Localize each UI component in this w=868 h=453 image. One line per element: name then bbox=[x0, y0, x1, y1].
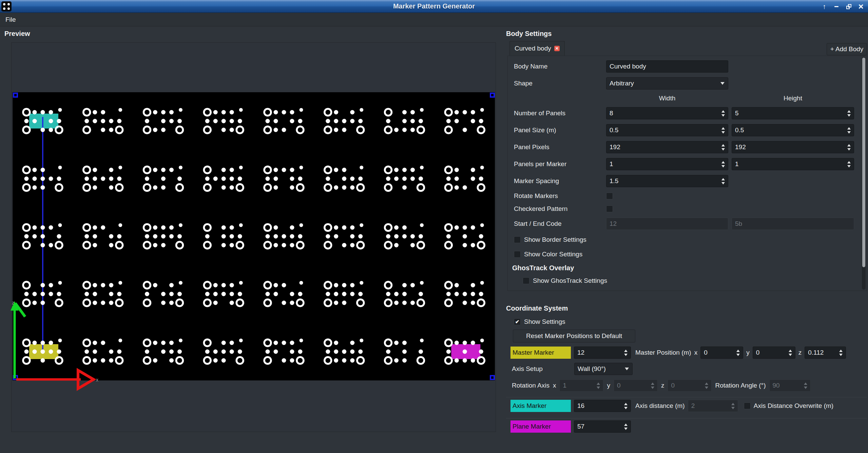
plane-marker-chip: Plane Marker bbox=[510, 420, 571, 433]
chevron-down-icon bbox=[720, 82, 725, 85]
show-settings-checkbox[interactable] bbox=[514, 318, 521, 325]
shape-select[interactable]: Arbitrary bbox=[606, 77, 728, 90]
scrollbar-thumb[interactable] bbox=[862, 58, 865, 267]
body-name-label: Body Name bbox=[514, 63, 606, 70]
axis-setup-row: Axis Setup Wall (90°) bbox=[512, 363, 633, 375]
checkered-pattern-row: Checkered Pattern bbox=[508, 202, 867, 215]
spin-arrows[interactable] bbox=[844, 141, 854, 153]
spin-arrows[interactable] bbox=[718, 141, 728, 153]
rotation-y-spinbox[interactable]: 0 bbox=[614, 379, 658, 392]
axis-setup-select[interactable]: Wall (90°) bbox=[574, 363, 633, 375]
spin-arrows[interactable] bbox=[621, 400, 631, 412]
panel-size-height-spinbox[interactable]: 0.5 bbox=[732, 124, 854, 136]
end-code-input[interactable]: 5b bbox=[732, 218, 854, 230]
spin-arrows[interactable] bbox=[786, 347, 795, 358]
title-bar[interactable]: Marker Pattern Generator ↑ × bbox=[0, 0, 868, 13]
marker-spacing-row: Marker Spacing 1.5 bbox=[508, 173, 867, 190]
show-ghostrack-settings-row: Show GhosTrack Settings bbox=[508, 274, 867, 287]
spin-arrows[interactable] bbox=[844, 158, 854, 170]
close-icon: × bbox=[858, 2, 863, 11]
show-ghostrack-settings-checkbox[interactable] bbox=[523, 277, 529, 284]
spin-arrows[interactable] bbox=[702, 380, 711, 391]
coordinate-system-heading: Coordinate System bbox=[506, 304, 568, 312]
preview-panel[interactable]: zx bbox=[11, 42, 496, 432]
spin-arrows[interactable] bbox=[648, 380, 657, 391]
spin-arrows[interactable] bbox=[594, 380, 603, 391]
rotation-y-label: y bbox=[607, 382, 610, 389]
panel-pixels-width-spinbox[interactable]: 192 bbox=[606, 141, 728, 153]
tab-label: Curved body bbox=[515, 45, 551, 52]
spin-arrows[interactable] bbox=[621, 421, 631, 432]
spin-arrows[interactable] bbox=[718, 175, 728, 187]
master-marker-id-spinbox[interactable]: 12 bbox=[574, 347, 631, 359]
panels-width-spinbox[interactable]: 8 bbox=[606, 107, 728, 119]
master-y-spinbox[interactable]: 0 bbox=[753, 347, 795, 359]
axis-distance-spinbox[interactable]: 2 bbox=[688, 400, 738, 412]
spin-arrows[interactable] bbox=[718, 124, 728, 136]
show-border-settings-row: Show Border Settings bbox=[508, 232, 867, 247]
rotation-angle-spinbox[interactable]: 90 bbox=[769, 379, 811, 392]
body-name-input[interactable]: Curved body bbox=[606, 60, 728, 73]
panel-pixels-height-spinbox[interactable]: 192 bbox=[732, 141, 854, 153]
minimize-icon bbox=[834, 6, 838, 7]
panel-size-width-spinbox[interactable]: 0.5 bbox=[606, 124, 728, 136]
tab-close-icon[interactable]: ✕ bbox=[554, 46, 560, 51]
checkered-pattern-checkbox[interactable] bbox=[606, 205, 613, 212]
plane-marker-id-spinbox[interactable]: 57 bbox=[574, 420, 631, 433]
spin-arrows[interactable] bbox=[844, 124, 854, 136]
plane-marker-row: Plane Marker 57 bbox=[510, 420, 631, 433]
app-icon bbox=[1, 1, 12, 12]
body-settings-heading: Body Settings bbox=[506, 30, 552, 38]
axis-marker-id-spinbox[interactable]: 16 bbox=[574, 400, 631, 412]
show-color-settings-row: Show Color Settings bbox=[508, 247, 867, 261]
shade-window-button[interactable]: ↑ bbox=[821, 3, 828, 10]
x-axis-label: x bbox=[96, 377, 98, 382]
add-body-button[interactable]: + Add Body bbox=[827, 43, 867, 55]
menu-file[interactable]: File bbox=[0, 16, 21, 23]
rotate-markers-row: Rotate Markers bbox=[508, 190, 867, 202]
spin-arrows[interactable] bbox=[733, 347, 743, 358]
panels-height-spinbox[interactable]: 5 bbox=[732, 107, 854, 119]
rotation-z-spinbox[interactable]: 0 bbox=[668, 379, 712, 392]
spin-arrows[interactable] bbox=[836, 347, 846, 358]
reset-marker-positions-button[interactable]: Reset Marker Positions to Default bbox=[513, 330, 635, 342]
spin-arrows[interactable] bbox=[718, 158, 728, 170]
corner-handle-center bbox=[491, 94, 494, 96]
spin-arrows[interactable] bbox=[718, 107, 728, 119]
rotation-angle-label: Rotation Angle (°) bbox=[715, 382, 766, 389]
close-button[interactable]: × bbox=[857, 3, 865, 10]
panels-per-marker-row: Panels per Marker 1 1 bbox=[508, 156, 867, 173]
axis-distance-overwrite-checkbox[interactable] bbox=[744, 402, 751, 409]
panels-per-marker-width-spinbox[interactable]: 1 bbox=[606, 158, 728, 170]
separator bbox=[506, 418, 867, 418]
minimize-button[interactable] bbox=[833, 3, 840, 10]
number-of-panels-row: Number of Panels 8 5 bbox=[508, 105, 867, 122]
chevron-down-icon bbox=[625, 368, 629, 370]
master-x-label: x bbox=[694, 349, 698, 356]
preview-heading: Preview bbox=[4, 30, 30, 38]
scrollbar[interactable] bbox=[862, 57, 866, 290]
spin-arrows[interactable] bbox=[801, 380, 810, 391]
start-end-code-row: Start / End Code 12 5b bbox=[508, 215, 867, 232]
rotation-axis-row: Rotation Axis x 1 y 0 z 0 Rotation Angle… bbox=[512, 379, 811, 392]
rotation-x-spinbox[interactable]: 1 bbox=[559, 379, 603, 392]
marker-spacing-spinbox[interactable]: 1.5 bbox=[606, 175, 728, 187]
rotate-markers-checkbox[interactable] bbox=[606, 193, 613, 199]
axis-distance-overwrite-label: Axis Distance Overwrite (m) bbox=[754, 402, 833, 410]
master-x-spinbox[interactable]: 0 bbox=[700, 347, 743, 359]
panel-size-row: Panel Size (m) 0.5 0.5 bbox=[508, 122, 867, 139]
spin-arrows[interactable] bbox=[728, 400, 738, 412]
start-code-input[interactable]: 12 bbox=[606, 218, 728, 230]
tab-curved-body[interactable]: Curved body ✕ bbox=[509, 41, 565, 56]
spin-arrows[interactable] bbox=[844, 107, 854, 119]
master-z-spinbox[interactable]: 0.112 bbox=[805, 347, 846, 359]
preview-canvas-svg[interactable]: zx bbox=[12, 43, 496, 432]
show-color-settings-checkbox[interactable] bbox=[514, 251, 521, 258]
show-border-settings-checkbox[interactable] bbox=[514, 236, 521, 243]
panels-per-marker-height-spinbox[interactable]: 1 bbox=[732, 158, 854, 170]
axis-setup-label: Axis Setup bbox=[512, 365, 574, 373]
restore-button[interactable] bbox=[845, 3, 852, 10]
spin-arrows[interactable] bbox=[621, 347, 631, 358]
rotation-z-label: z bbox=[661, 382, 664, 389]
rotation-x-label: x bbox=[553, 382, 556, 389]
